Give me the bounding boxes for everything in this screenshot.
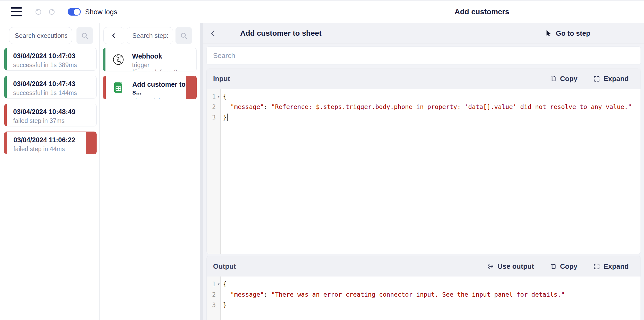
execution-status: failed step in 37ms xyxy=(13,117,96,125)
step-detail-panel: Add customer to sheet Go to step Input xyxy=(203,23,644,320)
execution-status: successful in 1s 144ms xyxy=(13,89,96,97)
selected-indicator-bar xyxy=(86,132,96,154)
search-steps-button[interactable] xyxy=(175,27,192,44)
chevron-left-icon xyxy=(111,32,117,39)
line-number: 1▾ xyxy=(207,91,220,102)
use-output-icon xyxy=(487,263,494,270)
step-list-item[interactable]: Add customer to s...sheets-1 (create_row… xyxy=(103,76,197,99)
use-output-button[interactable]: Use output xyxy=(487,262,534,271)
expand-input-button[interactable]: Expand xyxy=(593,75,629,83)
search-executions-button[interactable] xyxy=(76,27,93,44)
redo-icon xyxy=(49,8,56,16)
execution-list-item[interactable]: 03/04/2024 10:48:49failed step in 37ms xyxy=(4,104,97,126)
line-number: 2 xyxy=(207,289,220,300)
selected-indicator-bar xyxy=(186,76,196,99)
expand-icon xyxy=(593,75,600,82)
code-line: "message": "Reference: $.steps.trigger.b… xyxy=(223,102,641,112)
line-number: 3 xyxy=(207,112,220,123)
copy-input-button[interactable]: Copy xyxy=(550,75,577,83)
text-cursor xyxy=(227,114,228,121)
copy-output-button[interactable]: Copy xyxy=(550,262,577,271)
steps-panel: Webhooktrigger (fire_and_forget)Add cust… xyxy=(100,23,200,320)
fold-arrow-icon[interactable]: ▾ xyxy=(217,91,220,102)
search-executions-input[interactable] xyxy=(9,27,72,44)
execution-status: successful in 1s 389ms xyxy=(13,61,96,69)
search-icon xyxy=(81,32,89,40)
input-json-editor[interactable]: 1▾23{ "message": "Reference: $.steps.tri… xyxy=(207,89,641,254)
editor-code-area[interactable]: { "message": "Reference: $.steps.trigger… xyxy=(221,89,641,254)
show-logs-label: Show logs xyxy=(85,8,117,16)
editor-code-area[interactable]: { "message": "There was an error creatin… xyxy=(221,277,641,320)
code-line: "message": "There was an error creating … xyxy=(223,289,641,300)
status-bar xyxy=(4,48,7,70)
steps-list: Webhooktrigger (fire_and_forget)Add cust… xyxy=(100,48,200,104)
step-detail-header: Add customer to sheet Go to step xyxy=(203,23,644,44)
step-detail: trigger (fire_and_forget) xyxy=(132,61,196,71)
editor-gutter: 1▾23 xyxy=(207,277,221,320)
execution-list-item[interactable]: 03/04/2024 10:47:43successful in 1s 144m… xyxy=(4,76,97,99)
status-bar xyxy=(4,76,7,98)
expand-icon xyxy=(593,263,600,270)
line-number: 2 xyxy=(207,102,220,112)
code-line: } xyxy=(223,112,641,123)
input-section-label: Input xyxy=(213,75,230,83)
status-bar xyxy=(103,76,106,99)
execution-timestamp: 03/04/2024 10:47:03 xyxy=(13,52,96,60)
code-line: { xyxy=(223,91,641,102)
undo-icon xyxy=(34,8,42,16)
line-number: 3 xyxy=(207,300,220,310)
status-bar xyxy=(4,104,7,126)
execution-timestamp: 03/04/2024 10:47:43 xyxy=(13,80,96,88)
line-number: 1▾ xyxy=(207,279,220,289)
go-to-step-button[interactable]: Go to step xyxy=(545,29,590,38)
search-steps-input[interactable] xyxy=(127,27,173,44)
redo-button[interactable] xyxy=(49,8,56,16)
execution-timestamp: 03/04/2024 11:06:22 xyxy=(13,136,96,144)
menu-icon[interactable] xyxy=(11,7,22,16)
detail-search-input[interactable] xyxy=(206,46,641,65)
output-section-label: Output xyxy=(213,262,236,271)
expand-output-button[interactable]: Expand xyxy=(593,262,629,271)
panel-divider[interactable] xyxy=(200,23,203,320)
sheets-icon xyxy=(113,82,125,93)
collapse-steps-button[interactable] xyxy=(103,27,124,44)
cursor-pointer-icon xyxy=(545,30,552,37)
execution-timestamp: 03/04/2024 10:48:49 xyxy=(13,108,96,116)
topbar: Show logs Add customers xyxy=(0,1,644,23)
status-bar xyxy=(5,132,7,154)
workflow-title: Add customers xyxy=(455,8,509,16)
output-json-editor[interactable]: 1▾23{ "message": "There was an error cre… xyxy=(207,277,641,320)
executions-panel: 03/04/2024 10:47:03successful in 1s 389m… xyxy=(0,23,100,320)
step-list-item[interactable]: Webhooktrigger (fire_and_forget) xyxy=(103,48,197,71)
execution-list-item[interactable]: 03/04/2024 10:47:03successful in 1s 389m… xyxy=(4,48,97,71)
step-title: Add customer to sheet xyxy=(240,29,321,38)
input-section: Input Copy xyxy=(206,68,641,254)
executions-list: 03/04/2024 10:47:03successful in 1s 389m… xyxy=(0,48,99,159)
step-name: Webhook xyxy=(132,52,196,60)
undo-button[interactable] xyxy=(34,8,42,16)
status-bar xyxy=(103,48,105,71)
app-window: Show logs Add customers 03/04/2024 10:47… xyxy=(0,0,644,320)
code-line: } xyxy=(223,300,641,310)
output-section: Output Use output xyxy=(206,256,641,320)
copy-icon xyxy=(550,263,557,270)
fold-arrow-icon[interactable]: ▾ xyxy=(217,279,220,289)
go-to-step-label: Go to step xyxy=(556,29,590,38)
chevron-left-icon xyxy=(209,29,217,37)
search-icon xyxy=(180,32,188,40)
copy-icon xyxy=(550,75,557,82)
execution-list-item[interactable]: 03/04/2024 11:06:22failed step in 44ms xyxy=(4,132,97,154)
code-line: { xyxy=(223,279,641,289)
show-logs-toggle[interactable] xyxy=(68,8,81,16)
execution-status: failed step in 44ms xyxy=(13,146,96,153)
back-button[interactable] xyxy=(209,29,217,37)
globe-icon xyxy=(112,54,124,66)
editor-gutter: 1▾23 xyxy=(207,89,221,254)
